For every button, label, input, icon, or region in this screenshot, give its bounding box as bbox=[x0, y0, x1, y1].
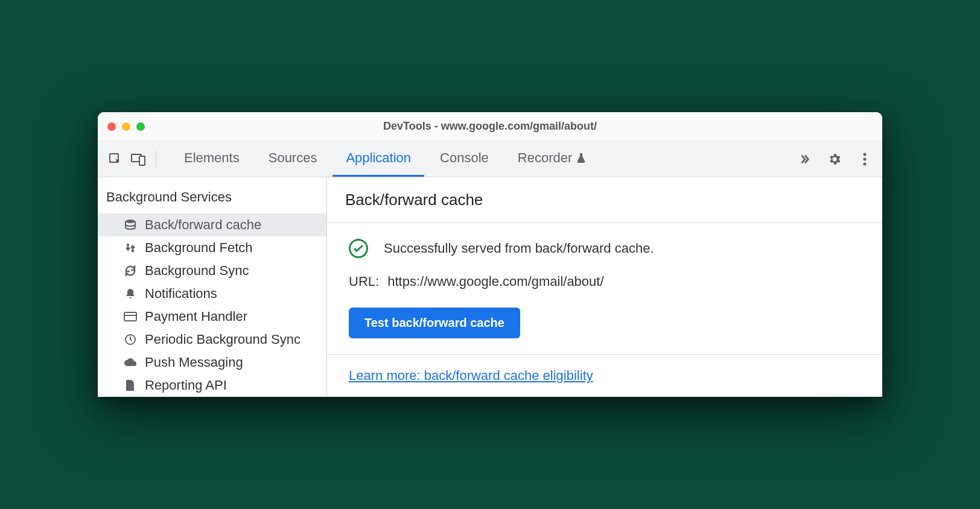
sidebar-item-push-messaging[interactable]: Push Messaging bbox=[98, 351, 326, 374]
bell-icon bbox=[123, 288, 138, 300]
tab-label: Elements bbox=[184, 150, 240, 166]
tab-label: Sources bbox=[269, 150, 317, 166]
kebab-menu-icon[interactable] bbox=[856, 150, 874, 168]
success-check-icon bbox=[349, 239, 368, 258]
sidebar-item-payment-handler[interactable]: Payment Handler bbox=[98, 305, 326, 328]
tab-elements[interactable]: Elements bbox=[171, 141, 253, 177]
fetch-icon bbox=[123, 242, 138, 254]
minimize-window-button[interactable] bbox=[122, 122, 130, 131]
close-window-button[interactable] bbox=[107, 122, 116, 131]
clock-icon bbox=[123, 334, 138, 346]
tab-label: Recorder bbox=[518, 150, 572, 166]
card-icon bbox=[123, 311, 138, 322]
content-panel: Back/forward cache Successfully served f… bbox=[327, 177, 882, 397]
sidebar-item-label: Back/forward cache bbox=[145, 217, 261, 233]
tab-label: Console bbox=[440, 150, 489, 166]
panel-tabs: Elements Sources Application Console Rec… bbox=[171, 141, 791, 177]
file-icon bbox=[123, 379, 138, 391]
sidebar-item-label: Periodic Background Sync bbox=[145, 332, 301, 347]
test-bfcache-button[interactable]: Test back/forward cache bbox=[349, 308, 520, 338]
sidebar-item-label: Notifications bbox=[145, 286, 217, 302]
sidebar-item-label: Payment Handler bbox=[145, 309, 247, 324]
sidebar-section-header: Background Services bbox=[98, 186, 326, 213]
sidebar-item-bfcache[interactable]: Back/forward cache bbox=[98, 213, 326, 236]
status-row: Successfully served from back/forward ca… bbox=[349, 239, 861, 258]
svg-rect-7 bbox=[124, 312, 136, 321]
separator bbox=[156, 151, 156, 168]
database-icon bbox=[123, 219, 138, 231]
svg-point-3 bbox=[864, 153, 867, 156]
sidebar-item-label: Reporting API bbox=[145, 378, 227, 393]
inspect-element-icon[interactable] bbox=[106, 150, 124, 168]
sidebar-item-background-sync[interactable]: Background Sync bbox=[98, 259, 326, 282]
gear-icon[interactable] bbox=[826, 150, 844, 168]
sync-icon bbox=[123, 265, 138, 277]
learn-more-link[interactable]: Learn more: back/forward cache eligibili… bbox=[349, 368, 593, 383]
devtools-window: DevTools - www.google.com/gmail/about/ E… bbox=[98, 112, 882, 397]
url-row: URL: https://www.google.com/gmail/about/ bbox=[349, 274, 861, 289]
titlebar: DevTools - www.google.com/gmail/about/ bbox=[98, 112, 882, 141]
panel-body: Successfully served from back/forward ca… bbox=[327, 223, 882, 355]
tab-sources[interactable]: Sources bbox=[255, 141, 331, 177]
svg-rect-2 bbox=[139, 156, 145, 165]
svg-point-5 bbox=[864, 162, 867, 165]
device-toggle-icon[interactable] bbox=[129, 150, 147, 168]
window-controls bbox=[107, 122, 145, 131]
sidebar-item-reporting-api[interactable]: Reporting API bbox=[98, 374, 326, 397]
maximize-window-button[interactable] bbox=[136, 122, 145, 131]
url-value: https://www.google.com/gmail/about/ bbox=[387, 274, 603, 289]
cloud-icon bbox=[123, 358, 138, 367]
main-area: Background Services Back/forward cache B… bbox=[98, 177, 882, 397]
sidebar-item-periodic-sync[interactable]: Periodic Background Sync bbox=[98, 328, 326, 351]
sidebar: Background Services Back/forward cache B… bbox=[98, 177, 327, 397]
tab-console[interactable]: Console bbox=[427, 141, 502, 177]
learn-more-row: Learn more: back/forward cache eligibili… bbox=[327, 355, 882, 397]
sidebar-item-notifications[interactable]: Notifications bbox=[98, 282, 326, 305]
sidebar-item-label: Push Messaging bbox=[145, 355, 243, 370]
svg-point-4 bbox=[864, 157, 867, 160]
sidebar-item-label: Background Fetch bbox=[145, 240, 253, 256]
sidebar-item-background-fetch[interactable]: Background Fetch bbox=[98, 236, 326, 259]
sidebar-item-label: Background Sync bbox=[145, 263, 249, 279]
panel-title: Back/forward cache bbox=[327, 177, 882, 223]
flask-icon bbox=[576, 152, 587, 164]
status-message: Successfully served from back/forward ca… bbox=[384, 241, 654, 256]
window-title: DevTools - www.google.com/gmail/about/ bbox=[98, 120, 882, 133]
top-toolbar: Elements Sources Application Console Rec… bbox=[98, 141, 882, 177]
svg-point-6 bbox=[126, 220, 135, 223]
more-tabs-icon[interactable] bbox=[795, 150, 813, 168]
url-label: URL: bbox=[349, 274, 379, 289]
tab-label: Application bbox=[346, 150, 411, 166]
tab-recorder[interactable]: Recorder bbox=[504, 141, 600, 177]
tab-application[interactable]: Application bbox=[332, 141, 424, 177]
